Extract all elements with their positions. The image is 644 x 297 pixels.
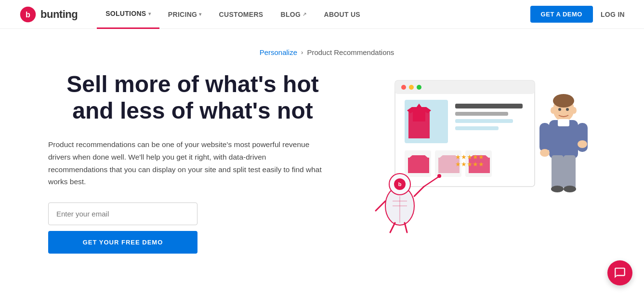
svg-point-4 [401,85,406,90]
svg-point-36 [553,94,574,108]
pricing-chevron: ▾ [199,12,201,17]
nav-pricing[interactable]: PRICING ▾ [159,0,210,29]
nav-blog[interactable]: BLOG ↗ [272,0,315,29]
breadcrumb-separator: › [301,49,303,56]
svg-point-5 [409,85,414,90]
logo-icon: b [19,6,37,23]
get-demo-button[interactable]: GET A DEMO [530,6,593,23]
hero-description: Product recommendations can be one of yo… [48,138,323,188]
svg-rect-38 [558,119,569,126]
site-header: b bunting SOLUTIONS ▾ PRICING ▾ CUSTOMER… [0,0,644,29]
svg-text:★★★★★: ★★★★★ [455,153,484,161]
svg-rect-39 [539,123,550,152]
svg-point-41 [540,149,550,157]
solutions-chevron: ▾ [148,11,151,16]
nav-about[interactable]: ABOUT US [315,0,369,29]
nav-solutions[interactable]: SOLUTIONS ▾ [97,0,159,29]
svg-line-30 [390,223,395,232]
svg-rect-44 [564,155,576,189]
svg-point-6 [417,85,421,90]
main-nav: SOLUTIONS ▾ PRICING ▾ CUSTOMERS BLOG ↗ A… [97,0,530,29]
hero-illustration: ★★★★★ ★★★★★ b [356,71,607,235]
svg-point-45 [551,186,564,192]
svg-text:b: b [26,10,30,19]
svg-point-29 [437,174,441,178]
svg-text:b: b [398,181,402,187]
svg-point-47 [558,108,561,111]
logo-link[interactable]: b bunting [19,6,78,23]
nav-customers[interactable]: CUSTOMERS [210,0,272,29]
svg-rect-43 [552,155,564,189]
svg-point-49 [551,107,555,114]
hero-section: Sell more of what's hot and less of what… [48,71,605,254]
svg-rect-11 [455,112,508,116]
svg-rect-13 [455,126,499,130]
chat-icon [614,267,626,273]
main-content: Personalize › Product Recommendations Se… [0,29,644,273]
svg-point-48 [566,108,569,111]
svg-line-26 [376,201,385,211]
svg-rect-10 [455,104,523,108]
free-demo-button[interactable]: GET YOUR FREE DEMO [48,231,197,254]
svg-point-42 [578,140,587,148]
breadcrumb-current: Product Recommendations [307,48,394,56]
breadcrumb-link[interactable]: Personalize [260,48,297,56]
hero-left: Sell more of what's hot and less of what… [48,71,337,254]
svg-line-27 [414,187,424,196]
login-button[interactable]: LOG IN [601,11,625,18]
email-input[interactable] [48,202,197,225]
svg-point-46 [564,186,576,192]
svg-rect-3 [395,81,535,94]
logo-text: bunting [40,8,78,21]
blog-external-icon: ↗ [302,12,306,17]
hero-title: Sell more of what's hot and less of what… [48,71,337,124]
hero-svg: ★★★★★ ★★★★★ b [356,71,607,235]
svg-marker-15 [408,155,429,173]
svg-point-50 [572,107,577,114]
header-right: GET A DEMO LOG IN [530,6,625,23]
email-form: GET YOUR FREE DEMO [48,202,197,254]
svg-text:★★★★★: ★★★★★ [455,161,484,168]
svg-line-31 [405,223,407,232]
breadcrumb: Personalize › Product Recommendations [260,48,394,56]
svg-rect-12 [455,119,513,123]
